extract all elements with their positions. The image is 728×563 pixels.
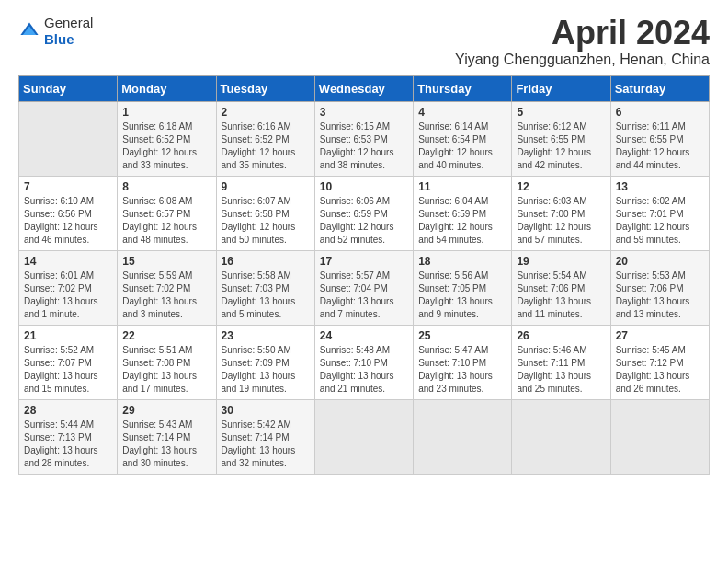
logo-general-text: General	[44, 15, 93, 30]
calendar-cell: 15Sunrise: 5:59 AM Sunset: 7:02 PM Dayli…	[118, 250, 216, 325]
cell-content: Sunrise: 5:45 AM Sunset: 7:12 PM Dayligh…	[616, 344, 704, 396]
cell-content: Sunrise: 5:50 AM Sunset: 7:09 PM Dayligh…	[222, 344, 310, 396]
calendar-cell: 28Sunrise: 5:44 AM Sunset: 7:13 PM Dayli…	[19, 399, 118, 474]
day-number: 28	[24, 404, 112, 417]
calendar-cell: 10Sunrise: 6:06 AM Sunset: 6:59 PM Dayli…	[314, 176, 413, 250]
location-title: Yiyang Chengguanzhen, Henan, China	[455, 52, 710, 68]
calendar-cell: 4Sunrise: 6:14 AM Sunset: 6:54 PM Daylig…	[414, 101, 512, 176]
calendar-cell: 3Sunrise: 6:15 AM Sunset: 6:53 PM Daylig…	[314, 101, 413, 176]
weekday-header-sunday: Sunday	[19, 75, 118, 101]
cell-content: Sunrise: 5:58 AM Sunset: 7:03 PM Dayligh…	[222, 270, 310, 321]
calendar-week-row: 21Sunrise: 5:52 AM Sunset: 7:07 PM Dayli…	[19, 325, 710, 399]
day-number: 23	[222, 329, 310, 342]
day-number: 13	[616, 180, 704, 193]
cell-content: Sunrise: 6:06 AM Sunset: 6:59 PM Dayligh…	[320, 195, 408, 247]
cell-content: Sunrise: 5:48 AM Sunset: 7:10 PM Dayligh…	[320, 344, 408, 396]
day-number: 27	[616, 329, 704, 342]
calendar-table: SundayMondayTuesdayWednesdayThursdayFrid…	[18, 75, 710, 475]
calendar-week-row: 1Sunrise: 6:18 AM Sunset: 6:52 PM Daylig…	[19, 101, 710, 176]
calendar-week-row: 28Sunrise: 5:44 AM Sunset: 7:13 PM Dayli…	[19, 399, 710, 474]
calendar-cell: 25Sunrise: 5:47 AM Sunset: 7:10 PM Dayli…	[414, 325, 512, 399]
cell-content: Sunrise: 5:51 AM Sunset: 7:08 PM Dayligh…	[122, 344, 210, 396]
calendar-cell: 2Sunrise: 6:16 AM Sunset: 6:52 PM Daylig…	[216, 101, 314, 176]
calendar-cell: 16Sunrise: 5:58 AM Sunset: 7:03 PM Dayli…	[216, 250, 314, 325]
day-number: 14	[24, 255, 112, 268]
cell-content: Sunrise: 5:44 AM Sunset: 7:13 PM Dayligh…	[24, 419, 112, 470]
calendar-cell: 6Sunrise: 6:11 AM Sunset: 6:55 PM Daylig…	[610, 101, 709, 176]
cell-content: Sunrise: 5:54 AM Sunset: 7:06 PM Dayligh…	[517, 270, 605, 321]
cell-content: Sunrise: 6:10 AM Sunset: 6:56 PM Dayligh…	[24, 195, 112, 247]
calendar-cell: 1Sunrise: 6:18 AM Sunset: 6:52 PM Daylig…	[118, 101, 216, 176]
day-number: 30	[222, 404, 310, 417]
day-number: 18	[418, 255, 506, 268]
calendar-cell: 24Sunrise: 5:48 AM Sunset: 7:10 PM Dayli…	[314, 325, 413, 399]
day-number: 7	[24, 180, 112, 193]
cell-content: Sunrise: 5:57 AM Sunset: 7:04 PM Dayligh…	[320, 270, 408, 321]
day-number: 22	[122, 329, 210, 342]
cell-content: Sunrise: 6:11 AM Sunset: 6:55 PM Dayligh…	[616, 121, 704, 172]
cell-content: Sunrise: 6:08 AM Sunset: 6:57 PM Dayligh…	[122, 195, 210, 247]
calendar-week-row: 7Sunrise: 6:10 AM Sunset: 6:56 PM Daylig…	[19, 176, 710, 250]
weekday-header-tuesday: Tuesday	[216, 75, 314, 101]
calendar-cell: 14Sunrise: 6:01 AM Sunset: 7:02 PM Dayli…	[19, 250, 118, 325]
cell-content: Sunrise: 5:47 AM Sunset: 7:10 PM Dayligh…	[418, 344, 506, 396]
calendar-cell: 23Sunrise: 5:50 AM Sunset: 7:09 PM Dayli…	[216, 325, 314, 399]
cell-content: Sunrise: 6:01 AM Sunset: 7:02 PM Dayligh…	[24, 270, 112, 321]
day-number: 11	[418, 180, 506, 193]
day-number: 17	[320, 255, 408, 268]
day-number: 5	[517, 106, 605, 119]
day-number: 20	[616, 255, 704, 268]
cell-content: Sunrise: 6:16 AM Sunset: 6:52 PM Dayligh…	[222, 121, 310, 172]
day-number: 19	[517, 255, 605, 268]
cell-content: Sunrise: 6:07 AM Sunset: 6:58 PM Dayligh…	[222, 195, 310, 247]
weekday-header-friday: Friday	[512, 75, 610, 101]
calendar-cell: 30Sunrise: 5:42 AM Sunset: 7:14 PM Dayli…	[216, 399, 314, 474]
calendar-cell: 18Sunrise: 5:56 AM Sunset: 7:05 PM Dayli…	[414, 250, 512, 325]
calendar-cell: 5Sunrise: 6:12 AM Sunset: 6:55 PM Daylig…	[512, 101, 610, 176]
cell-content: Sunrise: 6:14 AM Sunset: 6:54 PM Dayligh…	[418, 121, 506, 172]
cell-content: Sunrise: 6:12 AM Sunset: 6:55 PM Dayligh…	[517, 121, 605, 172]
day-number: 16	[222, 255, 310, 268]
cell-content: Sunrise: 5:59 AM Sunset: 7:02 PM Dayligh…	[122, 270, 210, 321]
calendar-cell	[19, 101, 118, 176]
cell-content: Sunrise: 6:18 AM Sunset: 6:52 PM Dayligh…	[122, 121, 210, 172]
day-number: 9	[222, 180, 310, 193]
cell-content: Sunrise: 5:46 AM Sunset: 7:11 PM Dayligh…	[517, 344, 605, 396]
calendar-cell: 12Sunrise: 6:03 AM Sunset: 7:00 PM Dayli…	[512, 176, 610, 250]
calendar-cell	[610, 399, 709, 474]
day-number: 24	[320, 329, 408, 342]
logo-icon	[18, 20, 40, 42]
day-number: 10	[320, 180, 408, 193]
day-number: 6	[616, 106, 704, 119]
day-number: 4	[418, 106, 506, 119]
page-header: General Blue April 2024 Yiyang Chengguan…	[18, 15, 710, 68]
cell-content: Sunrise: 5:52 AM Sunset: 7:07 PM Dayligh…	[24, 344, 112, 396]
cell-content: Sunrise: 5:43 AM Sunset: 7:14 PM Dayligh…	[122, 419, 210, 470]
calendar-cell	[314, 399, 413, 474]
weekday-header-monday: Monday	[118, 75, 216, 101]
calendar-week-row: 14Sunrise: 6:01 AM Sunset: 7:02 PM Dayli…	[19, 250, 710, 325]
cell-content: Sunrise: 6:03 AM Sunset: 7:00 PM Dayligh…	[517, 195, 605, 247]
calendar-cell: 27Sunrise: 5:45 AM Sunset: 7:12 PM Dayli…	[610, 325, 709, 399]
cell-content: Sunrise: 5:42 AM Sunset: 7:14 PM Dayligh…	[222, 419, 310, 470]
calendar-cell: 21Sunrise: 5:52 AM Sunset: 7:07 PM Dayli…	[19, 325, 118, 399]
day-number: 26	[517, 329, 605, 342]
day-number: 1	[122, 106, 210, 119]
weekday-header-saturday: Saturday	[610, 75, 709, 101]
day-number: 12	[517, 180, 605, 193]
day-number: 8	[122, 180, 210, 193]
calendar-body: 1Sunrise: 6:18 AM Sunset: 6:52 PM Daylig…	[19, 101, 710, 474]
cell-content: Sunrise: 6:02 AM Sunset: 7:01 PM Dayligh…	[616, 195, 704, 247]
calendar-cell: 13Sunrise: 6:02 AM Sunset: 7:01 PM Dayli…	[610, 176, 709, 250]
day-number: 21	[24, 329, 112, 342]
day-number: 15	[122, 255, 210, 268]
calendar-cell: 29Sunrise: 5:43 AM Sunset: 7:14 PM Dayli…	[118, 399, 216, 474]
calendar-cell	[512, 399, 610, 474]
cell-content: Sunrise: 6:15 AM Sunset: 6:53 PM Dayligh…	[320, 121, 408, 172]
day-number: 2	[222, 106, 310, 119]
title-block: April 2024 Yiyang Chengguanzhen, Henan, …	[455, 15, 710, 68]
calendar-cell: 9Sunrise: 6:07 AM Sunset: 6:58 PM Daylig…	[216, 176, 314, 250]
day-number: 25	[418, 329, 506, 342]
calendar-cell: 17Sunrise: 5:57 AM Sunset: 7:04 PM Dayli…	[314, 250, 413, 325]
calendar-cell	[414, 399, 512, 474]
